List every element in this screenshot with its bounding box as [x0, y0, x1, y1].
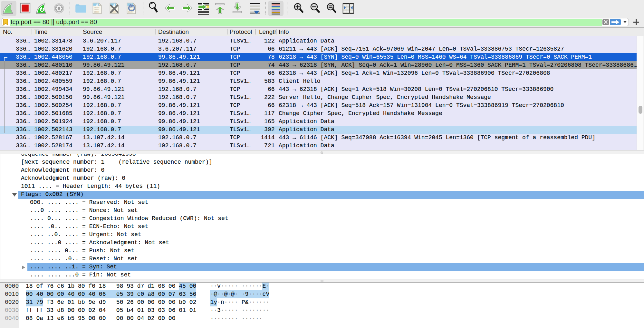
svg-text:01110: 01110 — [94, 11, 100, 13]
